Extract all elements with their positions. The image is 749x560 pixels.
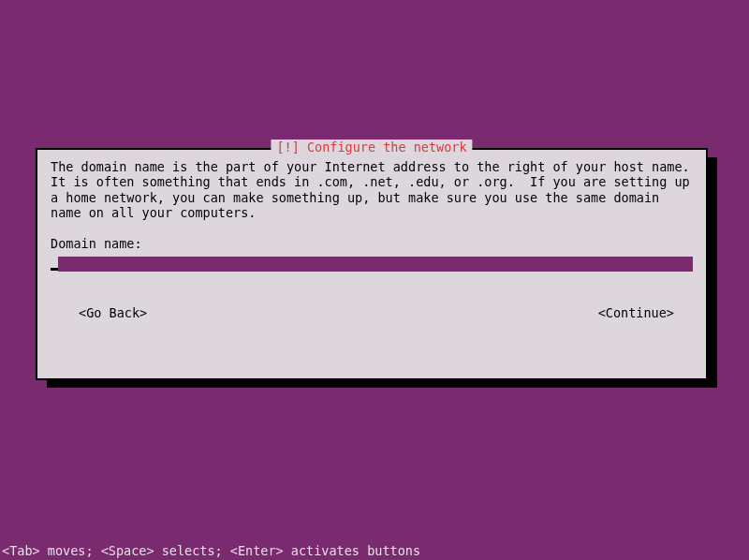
domain-name-input[interactable]: [58, 257, 693, 272]
button-row: <Go Back> <Continue>: [51, 305, 693, 320]
configure-network-dialog: [!] Configure the network The domain nam…: [36, 148, 708, 380]
continue-button[interactable]: <Continue>: [598, 305, 674, 320]
go-back-button[interactable]: <Go Back>: [79, 305, 147, 320]
dialog-description: The domain name is the part of your Inte…: [51, 159, 693, 221]
dialog-title: [!] Configure the network: [271, 140, 472, 155]
domain-name-input-row: [51, 257, 693, 272]
domain-name-label: Domain name:: [51, 236, 693, 251]
text-cursor: [51, 268, 58, 271]
input-underline: ________________________________________…: [51, 272, 693, 287]
footer-help: <Tab> moves; <Space> selects; <Enter> ac…: [2, 543, 420, 558]
dialog-content: The domain name is the part of your Inte…: [37, 150, 706, 330]
